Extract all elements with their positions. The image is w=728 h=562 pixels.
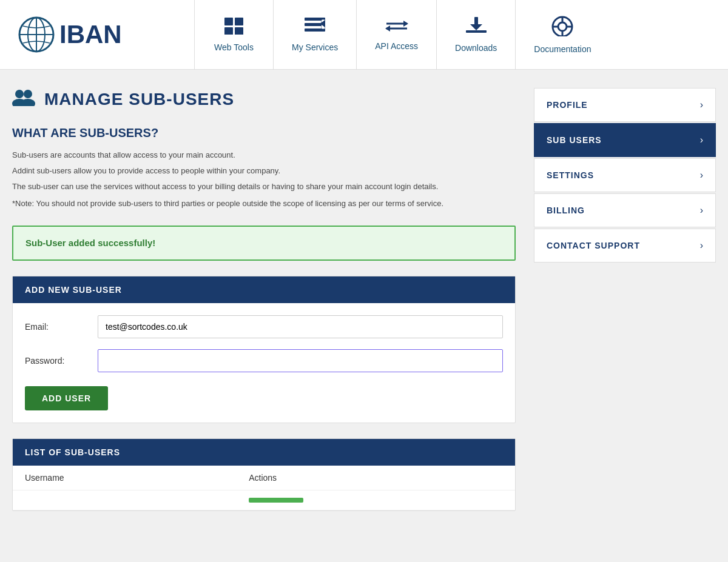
sub-users-list-card: LIST OF SUB-USERS Username Actions: [12, 438, 516, 511]
nav-label-web-tools: Web Tools: [214, 42, 254, 52]
sidebar-item-settings[interactable]: SETTINGS ›: [534, 158, 716, 192]
sidebar-label-sub-users: SUB USERS: [547, 135, 602, 145]
page-title-row: MANAGE SUB-USERS: [12, 88, 516, 111]
svg-rect-4: [224, 18, 233, 25]
desc-3: The sub-user can use the services withou…: [12, 181, 516, 193]
sidebar-label-profile: PROFILE: [547, 100, 588, 110]
nav-label-api-access: API Access: [375, 41, 418, 51]
col-actions: Actions: [237, 466, 515, 490]
page-title: MANAGE SUB-USERS: [44, 90, 234, 109]
svg-marker-17: [385, 25, 390, 32]
password-label: Password:: [25, 356, 98, 366]
add-user-button[interactable]: ADD USER: [25, 386, 108, 410]
note-text: *Note: You should not provide sub-users …: [12, 198, 516, 210]
my-services-icon: [305, 18, 325, 39]
api-access-icon: [385, 18, 408, 38]
svg-marker-15: [403, 21, 408, 27]
sidebar-item-billing[interactable]: BILLING ›: [534, 193, 716, 227]
chevron-right-icon-profile: ›: [700, 99, 703, 110]
svg-point-28: [24, 90, 32, 98]
add-user-card: ADD NEW SUB-USER Email: Password: ADD US…: [12, 276, 516, 423]
chevron-right-icon-settings: ›: [700, 170, 703, 181]
logo-area: IBAN: [0, 16, 194, 53]
email-row: Email:: [25, 315, 503, 338]
sidebar-label-contact-support: CONTACT SUPPORT: [547, 241, 640, 250]
main-content: MANAGE SUB-USERS WHAT ARE SUB-USERS? Sub…: [0, 70, 728, 529]
sub-users-table: Username Actions: [13, 466, 515, 510]
desc-1: Sub-users are accounts that allow access…: [12, 149, 516, 162]
nav-label-my-services: My Services: [292, 42, 338, 52]
downloads-icon: [466, 17, 487, 39]
desc-2: Addint sub-users allow you to provide ac…: [12, 165, 516, 178]
svg-point-27: [15, 90, 24, 98]
sidebar: PROFILE › SUB USERS › SETTINGS › BILLING…: [534, 88, 716, 511]
add-user-card-header: ADD NEW SUB-USER: [13, 276, 515, 303]
sidebar-item-contact-support[interactable]: CONTACT SUPPORT ›: [534, 229, 716, 263]
success-message: Sub-User added successfully!: [25, 238, 155, 248]
add-user-form-body: Email: Password: ADD USER: [13, 303, 515, 423]
username-cell: [13, 490, 237, 510]
action-bar: [249, 498, 303, 503]
password-input[interactable]: [98, 349, 503, 372]
nav-label-downloads: Downloads: [455, 43, 497, 53]
users-icon: [12, 88, 35, 111]
svg-rect-5: [235, 18, 243, 25]
email-label: Email:: [25, 322, 98, 332]
sidebar-item-sub-users[interactable]: SUB USERS ›: [534, 123, 716, 157]
globe-icon: [18, 16, 55, 53]
svg-marker-20: [470, 24, 482, 30]
section-heading: WHAT ARE SUB-USERS?: [12, 126, 516, 140]
nav-item-my-services[interactable]: My Services: [273, 0, 356, 69]
svg-point-22: [558, 22, 567, 31]
chevron-right-icon-contact-support: ›: [700, 240, 703, 251]
col-username: Username: [13, 466, 237, 490]
sidebar-label-billing: BILLING: [547, 206, 585, 215]
nav-item-documentation[interactable]: Documentation: [515, 0, 609, 69]
svg-rect-6: [224, 27, 233, 35]
svg-rect-18: [466, 30, 487, 33]
header: IBAN Web Tools: [0, 0, 728, 70]
nav-item-downloads[interactable]: Downloads: [436, 0, 515, 69]
actions-cell: [237, 490, 515, 510]
svg-rect-7: [235, 27, 243, 35]
success-banner: Sub-User added successfully!: [12, 226, 516, 261]
web-tools-icon: [224, 18, 244, 39]
chevron-right-icon-sub-users: ›: [700, 135, 703, 146]
logo-text: IBAN: [59, 20, 122, 49]
list-card-header: LIST OF SUB-USERS: [13, 439, 515, 466]
documentation-icon: [551, 16, 573, 41]
nav-item-api-access[interactable]: API Access: [356, 0, 436, 69]
nav-item-web-tools[interactable]: Web Tools: [194, 0, 273, 69]
table-row: [13, 490, 515, 510]
sidebar-item-profile[interactable]: PROFILE ›: [534, 88, 716, 122]
password-row: Password:: [25, 349, 503, 372]
nav-label-documentation: Documentation: [534, 44, 591, 54]
sidebar-label-settings: SETTINGS: [547, 170, 594, 180]
chevron-right-icon-billing: ›: [700, 205, 703, 216]
email-input[interactable]: [98, 315, 503, 338]
content-area: MANAGE SUB-USERS WHAT ARE SUB-USERS? Sub…: [12, 88, 516, 511]
main-nav: Web Tools My Services: [194, 0, 728, 69]
